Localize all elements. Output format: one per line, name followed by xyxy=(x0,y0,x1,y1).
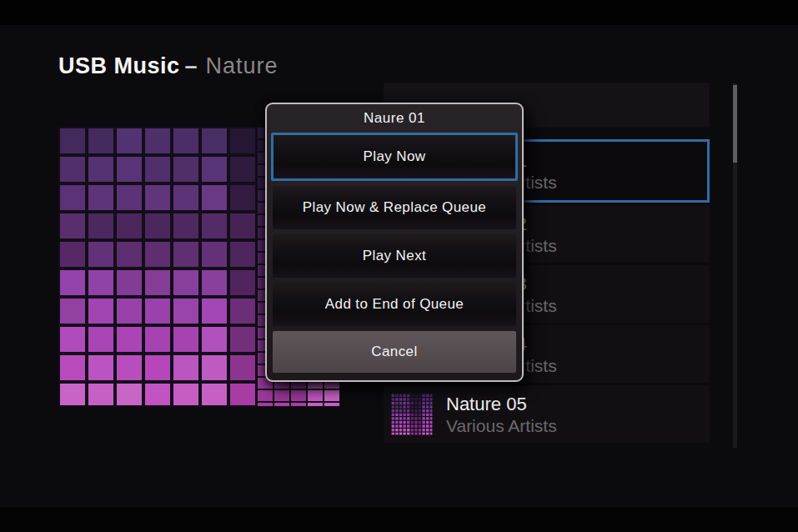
page-title-separator: – xyxy=(180,53,206,78)
dialog-title: Naure 01 xyxy=(267,104,522,133)
track-thumbnail xyxy=(391,394,433,435)
track-row-5[interactable]: Nature 05Various Artists xyxy=(384,385,710,443)
top-letterbox-bar xyxy=(0,0,798,25)
page-title: USB Music–Nature xyxy=(58,53,279,79)
page-title-source: USB Music xyxy=(58,53,180,78)
bottom-letterbox-bar xyxy=(0,507,798,532)
usb-music-screen: USB Music–Nature Nature 01Various Artist… xyxy=(0,0,798,532)
play-next-button[interactable]: Play Next xyxy=(273,234,516,278)
add-to-end-of-queue-button[interactable]: Add to End of Queue xyxy=(273,283,516,326)
scrollbar-thumb[interactable] xyxy=(733,85,737,163)
track-meta: Nature 05Various Artists xyxy=(446,393,557,436)
track-artist: Various Artists xyxy=(446,415,557,436)
track-title: Nature 05 xyxy=(446,393,557,415)
cancel-button[interactable]: Cancel xyxy=(273,331,516,373)
scrollbar-track[interactable] xyxy=(733,83,737,448)
play-now-button[interactable]: Play Now xyxy=(271,133,518,181)
page-title-folder: Nature xyxy=(206,53,279,78)
play-now-replace-queue-button[interactable]: Play Now & Replace Queue xyxy=(273,186,516,229)
track-options-dialog: Naure 01 Play NowPlay Now & Replace Queu… xyxy=(265,103,524,382)
dialog-button-list: Play NowPlay Now & Replace QueuePlay Nex… xyxy=(267,133,522,373)
